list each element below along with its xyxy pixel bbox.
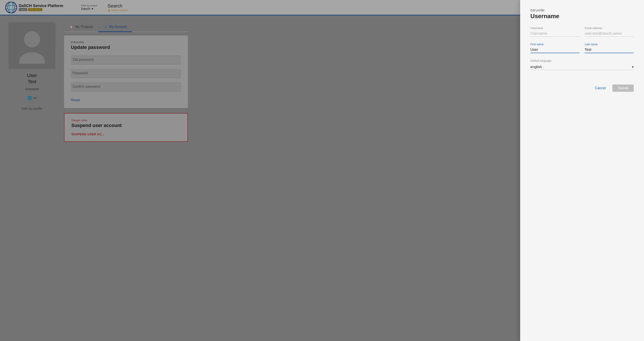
language-select[interactable]: english deutsch français italiano <box>530 64 634 70</box>
language-select-wrapper: english deutsch français italiano ▾ <box>530 64 634 70</box>
modal-row-1: Username Email address <box>530 26 634 37</box>
username-label: Username <box>530 26 580 30</box>
language-field-wrapper: Default language english deutsch françai… <box>530 59 634 70</box>
cancel-button[interactable]: Cancel <box>592 84 609 92</box>
modal-edit-label: Edit profile <box>530 8 634 12</box>
last-name-input[interactable] <box>585 47 634 53</box>
email-input[interactable] <box>585 30 634 37</box>
first-name-input[interactable] <box>530 47 580 53</box>
update-button[interactable]: Update <box>612 84 634 92</box>
modal-overlay: Edit profile Username Username Email add… <box>0 0 644 341</box>
last-name-label: Last name <box>585 43 634 46</box>
edit-profile-modal: Edit profile Username Username Email add… <box>520 0 644 341</box>
modal-actions: Cancel Update <box>530 84 634 92</box>
last-name-field: Last name <box>585 43 634 53</box>
modal-title: Username <box>530 13 634 20</box>
default-language-label: Default language <box>530 59 634 62</box>
first-name-field: First name <box>530 43 580 53</box>
email-label: Email address <box>585 26 634 30</box>
username-field: Username <box>530 26 580 37</box>
email-field: Email address <box>585 26 634 37</box>
username-input[interactable] <box>530 30 580 37</box>
first-name-label: First name <box>530 43 580 46</box>
modal-row-2: First name Last name <box>530 43 634 53</box>
